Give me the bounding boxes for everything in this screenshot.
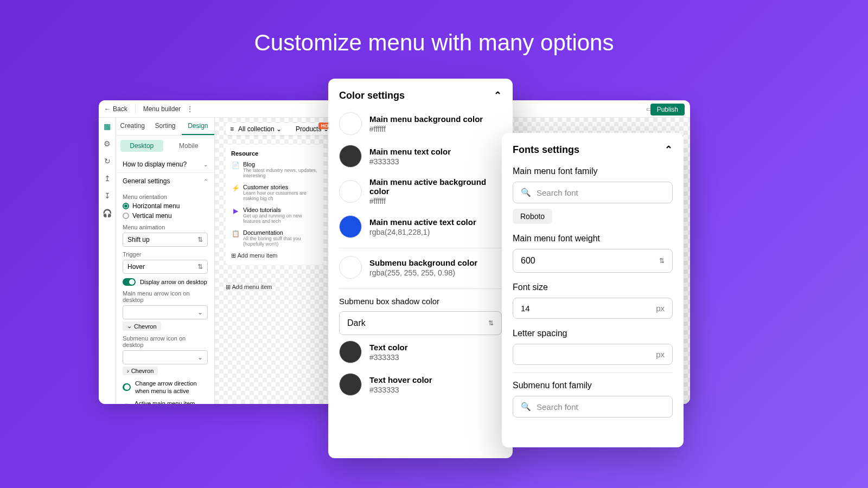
color-title: Main menu text color <box>369 147 451 156</box>
resource-desc: Learn how our customers are making big c… <box>243 190 318 201</box>
kebab-icon[interactable]: ⋮ <box>186 105 194 113</box>
resource-icon: 📄 <box>231 161 240 170</box>
resource-heading: Resource <box>231 150 318 157</box>
radio-vertical[interactable]: Vertical menu <box>123 212 208 220</box>
color-title: Text hover color <box>369 375 432 384</box>
resource-item[interactable]: 📋DocumentationAll the boring stuff that … <box>231 229 318 247</box>
back-button[interactable]: ← Back <box>104 105 127 113</box>
change-arrow-label: Change arrow direction when menu is acti… <box>135 380 208 395</box>
color-swatch <box>339 180 362 203</box>
weight-label: Main menu font weight <box>513 234 673 243</box>
hero-title: Customize menu with many options <box>0 0 868 56</box>
shadow-value: Dark <box>347 318 366 328</box>
dropdown-icon: ⇅ <box>659 257 665 265</box>
rail-upload-icon[interactable]: ↥ <box>103 174 112 183</box>
hamburger-icon[interactable]: ≡ <box>230 125 234 133</box>
size-label: Font size <box>513 282 673 292</box>
shadow-label: Submenu box shadow color <box>339 297 502 306</box>
color-title: Main menu active background color <box>369 177 502 196</box>
animation-select[interactable]: Shift up⇅ <box>123 233 208 247</box>
sub-arrow-select[interactable]: ⌄ <box>123 350 208 364</box>
main-arrow-select[interactable]: ⌄ <box>123 305 208 319</box>
resource-card: Resource 📄BlogThe latest industry news, … <box>226 145 323 265</box>
page-title: Menu builder <box>143 105 181 113</box>
menu-products[interactable]: Products ⌄HOT <box>296 125 329 133</box>
color-title: Main menu background color <box>369 114 483 124</box>
radio-on-icon <box>123 203 129 209</box>
color-settings-panel: Color settings⌃ Main menu background col… <box>328 79 513 458</box>
color-row[interactable]: Text color#333333 <box>339 341 502 363</box>
rail-support-icon[interactable]: 🎧 <box>103 209 112 217</box>
tab-design[interactable]: Design <box>182 118 214 135</box>
chevron-up-icon[interactable]: ⌃ <box>494 89 502 101</box>
animation-value: Shift up <box>127 236 150 243</box>
section-general[interactable]: General settings ⌃ <box>123 177 208 185</box>
sub-family-label: Submenu font family <box>513 381 673 390</box>
tab-sorting[interactable]: Sorting <box>149 118 181 135</box>
back-label: Back <box>113 105 127 113</box>
color-row[interactable]: Main menu background color#ffffff <box>339 112 502 135</box>
trigger-value: Hover <box>127 263 145 271</box>
resource-title: Documentation <box>243 229 318 236</box>
back-arrow-icon: ← <box>104 105 111 113</box>
resource-icon: 📋 <box>231 229 240 238</box>
viewtab-desktop[interactable]: Desktop <box>120 140 163 152</box>
main-arrow-label: Main menu arrow icon on desktop <box>123 290 208 303</box>
font-chip-roboto[interactable]: Roboto <box>513 209 552 224</box>
section-howto[interactable]: How to display menu? ⌄ <box>123 160 208 168</box>
color-row[interactable]: Text hover color#333333 <box>339 373 502 396</box>
resource-title: Video tutorials <box>243 207 318 213</box>
toggle-display-arrow[interactable] <box>123 278 136 286</box>
sub-arrow-label: Submenu arrow icon on desktop <box>123 335 208 348</box>
radio-horizontal[interactable]: Horizontal menu <box>123 202 208 210</box>
menu-toolbar: ≡ All collection ⌄ Products ⌄HOT <box>226 123 333 135</box>
resource-icon: ▶ <box>231 207 240 215</box>
color-value: rgba(24,81,228,1) <box>369 228 476 236</box>
chevron-up-icon[interactable]: ⌃ <box>665 144 673 156</box>
trigger-select[interactable]: Hover⇅ <box>123 260 208 274</box>
rail-download-icon[interactable]: ↧ <box>103 191 112 200</box>
toggle-change-arrow[interactable] <box>123 383 131 391</box>
weight-value: 600 <box>521 256 535 266</box>
add-menu-item-outer[interactable]: ⊞ Add menu item <box>226 284 272 291</box>
color-value: #333333 <box>369 386 432 394</box>
search-icon: 🔍 <box>521 402 531 412</box>
color-row[interactable]: Submenu background colorrgba(255, 255, 2… <box>339 256 502 279</box>
sidebar-rail: ▦ ⚙ ↻ ↥ ↧ 🎧 <box>99 118 116 404</box>
viewtab-mobile[interactable]: Mobile <box>168 140 210 152</box>
resource-item[interactable]: ▶Video tutorialsGet up and running on ne… <box>231 207 318 224</box>
font-search-input[interactable]: 🔍Search font <box>513 182 673 203</box>
color-row[interactable]: Main menu active background color#ffffff <box>339 177 502 206</box>
spacing-unit: px <box>656 350 665 359</box>
resource-title: Customer stories <box>243 184 318 190</box>
main-arrow-chip[interactable]: ⌄ Chevron <box>123 322 161 331</box>
add-menu-item[interactable]: ⊞ Add menu item <box>231 252 318 259</box>
fonts-settings-panel: Fonts settings⌃ Main menu font family 🔍S… <box>502 133 684 447</box>
menu-all-collection[interactable]: All collection ⌄ <box>238 125 282 133</box>
weight-select[interactable]: 600⇅ <box>513 249 673 273</box>
trigger-label: Trigger <box>123 251 208 258</box>
toggle-active-matched[interactable] <box>123 403 130 404</box>
color-value: #333333 <box>369 353 408 362</box>
publish-button[interactable]: Publish <box>650 104 685 115</box>
rail-menu-icon[interactable]: ▦ <box>103 122 112 131</box>
resource-desc: The latest industry news, updates, inter… <box>243 168 318 178</box>
spacing-input[interactable]: px <box>513 344 673 365</box>
color-row[interactable]: Main menu active text colorrgba(24,81,22… <box>339 215 502 238</box>
resource-item[interactable]: 📄BlogThe latest industry news, updates, … <box>231 161 318 178</box>
color-swatch <box>339 215 362 238</box>
color-value: #ffffff <box>369 125 483 133</box>
tabs: Creating Sorting Design <box>116 118 214 136</box>
size-input[interactable]: 14px <box>513 298 673 319</box>
shadow-select[interactable]: Dark⇅ <box>339 311 502 335</box>
rail-sync-icon[interactable]: ↻ <box>103 157 112 165</box>
sub-font-search-input[interactable]: 🔍Search font <box>513 396 673 418</box>
sub-arrow-chip[interactable]: › Chevron <box>123 367 158 375</box>
color-row[interactable]: Main menu text color#333333 <box>339 145 502 168</box>
resource-item[interactable]: ⚡Customer storiesLearn how our customers… <box>231 184 318 201</box>
rail-settings-icon[interactable]: ⚙ <box>103 139 112 148</box>
display-arrow-label: Display arrow on desktop <box>140 279 207 285</box>
chevron-down-icon: ⌄ <box>197 309 203 316</box>
dropdown-icon: ⇅ <box>197 236 203 243</box>
tab-creating[interactable]: Creating <box>116 118 149 135</box>
